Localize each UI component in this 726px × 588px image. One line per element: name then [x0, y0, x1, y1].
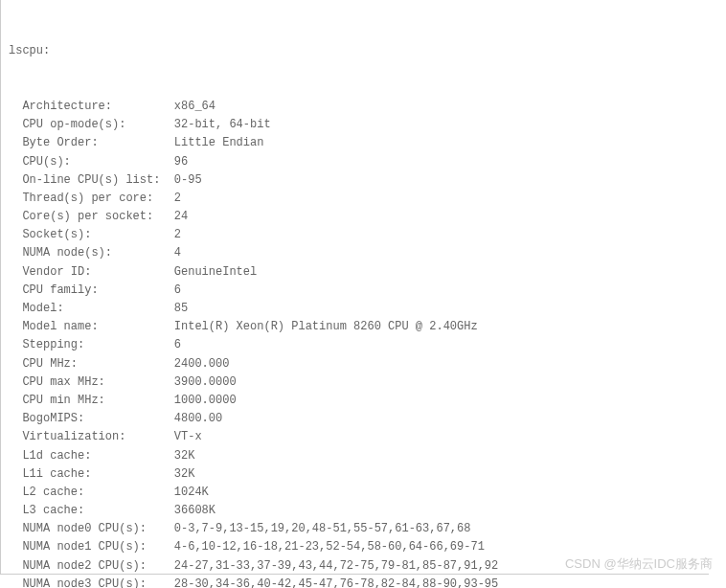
row-value: 0-3,7-9,13-15,19,20,48-51,55-57,61-63,67…: [174, 520, 471, 538]
lscpu-row: CPU family:6: [9, 282, 701, 300]
row-value: x86_64: [174, 98, 216, 116]
terminal-output: lscpu: Architecture:x86_64CPU op-mode(s)…: [0, 0, 709, 575]
row-label: Thread(s) per core:: [22, 190, 173, 208]
lscpu-row: CPU(s):96: [9, 153, 701, 171]
row-label: NUMA node2 CPU(s):: [22, 557, 173, 576]
row-value: 6: [174, 336, 181, 354]
lscpu-row: Byte Order:Little Endian: [9, 134, 701, 152]
row-value: 24: [174, 208, 188, 226]
row-label: Byte Order:: [22, 134, 173, 152]
lscpu-row: Core(s) per socket:24: [9, 208, 701, 226]
row-value: 0-95: [174, 171, 202, 190]
row-label: L2 cache:: [22, 484, 173, 502]
row-label: NUMA node0 CPU(s):: [22, 520, 173, 538]
lscpu-row: L3 cache:36608K: [9, 502, 701, 520]
lscpu-row: L1i cache:32K: [9, 465, 701, 484]
lscpu-row: NUMA node2 CPU(s):24-27,31-33,37-39,43,4…: [9, 557, 701, 576]
row-value: Little Endian: [174, 134, 264, 152]
row-value: 2: [174, 226, 181, 244]
lscpu-header: lscpu:: [9, 42, 701, 60]
row-value: VT-x: [174, 428, 202, 446]
row-value: 1024K: [174, 484, 209, 502]
row-label: CPU op-mode(s):: [22, 116, 173, 134]
row-value: 4-6,10-12,16-18,21-23,52-54,58-60,64-66,…: [174, 538, 485, 556]
lscpu-row: CPU max MHz:3900.0000: [9, 373, 701, 392]
lscpu-row: On-line CPU(s) list:0-95: [9, 171, 701, 190]
row-label: Socket(s):: [22, 226, 173, 244]
row-label: BogoMIPS:: [22, 410, 173, 428]
row-label: L1i cache:: [22, 465, 173, 484]
row-label: CPU family:: [22, 282, 173, 300]
row-label: Virtualization:: [22, 428, 173, 446]
row-value: 32K: [174, 465, 195, 484]
lscpu-row: Vendor ID:GenuineIntel: [9, 263, 701, 282]
lscpu-row: NUMA node3 CPU(s):28-30,34-36,40-42,45-4…: [9, 576, 701, 588]
row-label: Model:: [22, 300, 173, 318]
row-label: Architecture:: [22, 98, 173, 116]
lscpu-row: NUMA node1 CPU(s):4-6,10-12,16-18,21-23,…: [9, 538, 701, 556]
row-label: Vendor ID:: [22, 263, 173, 282]
row-label: NUMA node(s):: [22, 244, 173, 262]
row-value: Intel(R) Xeon(R) Platinum 8260 CPU @ 2.4…: [174, 318, 478, 336]
row-value: 24-27,31-33,37-39,43,44,72-75,79-81,85-8…: [174, 557, 498, 576]
lscpu-row: Model:85: [9, 300, 701, 318]
row-value: 4800.00: [174, 410, 222, 428]
row-value: 32-bit, 64-bit: [174, 116, 271, 134]
row-value: 3900.0000: [174, 373, 237, 392]
row-value: 2400.000: [174, 355, 230, 373]
row-label: CPU min MHz:: [22, 392, 173, 410]
row-value: 2: [174, 190, 181, 208]
lscpu-row: Stepping:6: [9, 336, 701, 354]
row-value: 36608K: [174, 502, 216, 520]
lscpu-row: Thread(s) per core:2: [9, 190, 701, 208]
lscpu-row: BogoMIPS:4800.00: [9, 410, 701, 428]
lscpu-row: CPU MHz:2400.000: [9, 355, 701, 373]
lscpu-row: CPU op-mode(s):32-bit, 64-bit: [9, 116, 701, 134]
lscpu-row: L2 cache:1024K: [9, 484, 701, 502]
row-value: 6: [174, 282, 181, 300]
lscpu-row: NUMA node0 CPU(s):0-3,7-9,13-15,19,20,48…: [9, 520, 701, 538]
row-value: GenuineIntel: [174, 263, 257, 282]
row-label: CPU(s):: [22, 153, 173, 171]
row-label: NUMA node3 CPU(s):: [22, 576, 173, 588]
row-value: 85: [174, 300, 188, 318]
row-value: 96: [174, 153, 188, 171]
header-text: lscpu:: [9, 42, 50, 60]
row-label: On-line CPU(s) list:: [22, 171, 173, 190]
lscpu-row: CPU min MHz:1000.0000: [9, 392, 701, 410]
row-value: 28-30,34-36,40-42,45-47,76-78,82-84,88-9…: [174, 576, 498, 588]
row-label: CPU MHz:: [22, 355, 173, 373]
row-value: 32K: [174, 447, 195, 465]
row-value: 1000.0000: [174, 392, 237, 410]
row-value: 4: [174, 244, 181, 262]
row-label: CPU max MHz:: [22, 373, 173, 392]
row-label: L1d cache:: [22, 447, 173, 465]
lscpu-row: Architecture:x86_64: [9, 98, 701, 116]
row-label: NUMA node1 CPU(s):: [22, 538, 173, 556]
row-label: L3 cache:: [22, 502, 173, 520]
lscpu-row: Virtualization:VT-x: [9, 428, 701, 446]
lscpu-row: Socket(s):2: [9, 226, 701, 244]
lscpu-row: L1d cache:32K: [9, 447, 701, 465]
row-label: Core(s) per socket:: [22, 208, 173, 226]
row-label: Stepping:: [22, 336, 173, 354]
lscpu-row: Model name:Intel(R) Xeon(R) Platinum 826…: [9, 318, 701, 336]
lscpu-row: NUMA node(s):4: [9, 244, 701, 262]
row-label: Model name:: [22, 318, 173, 336]
